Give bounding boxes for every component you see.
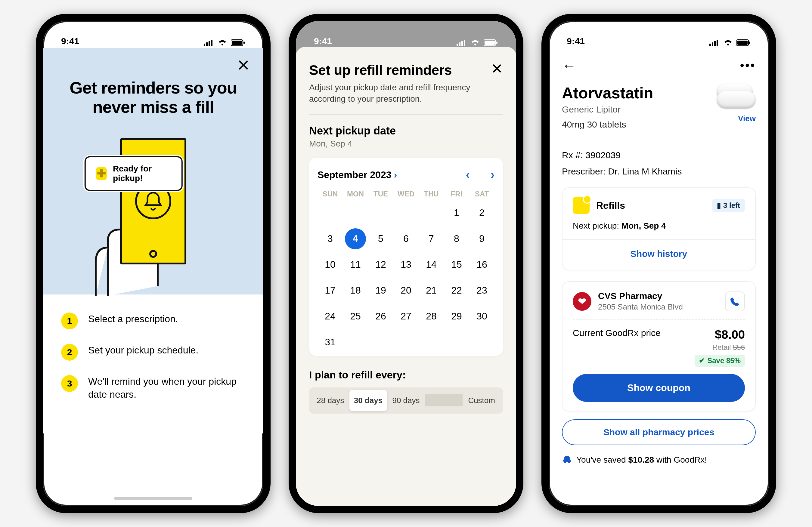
calendar-day[interactable]: 22 <box>444 280 469 301</box>
plus-icon: ✚ <box>96 167 107 180</box>
price-value: $8.00 <box>712 328 745 342</box>
check-icon: ✔ <box>699 357 705 365</box>
intro-step: 2Set your pickup schedule. <box>61 344 245 361</box>
drug-name: Atorvastatin <box>562 84 653 102</box>
calendar-day[interactable]: 28 <box>419 306 444 327</box>
calendar-day[interactable]: 8 <box>444 228 469 250</box>
calendar-day[interactable]: 18 <box>343 280 368 301</box>
view-image-link[interactable]: View <box>738 114 756 123</box>
svg-rect-7 <box>456 44 458 46</box>
back-icon[interactable]: ← <box>562 57 576 74</box>
call-pharmacy-button[interactable] <box>725 291 745 311</box>
step-text: Set your pickup schedule. <box>88 344 198 357</box>
next-pickup: Next pickup: Mon, Sep 4 <box>573 221 745 231</box>
svg-rect-20 <box>749 42 750 44</box>
status-icons <box>204 39 245 46</box>
calendar-day[interactable]: 9 <box>469 228 494 250</box>
calendar-weekday: MON <box>343 190 368 198</box>
segment-option[interactable]: 30 days <box>349 390 387 411</box>
more-icon[interactable]: ••• <box>740 59 756 72</box>
calendar-weekday: TUE <box>368 190 393 198</box>
drug-dose: 40mg 30 tablets <box>562 119 653 130</box>
calendar-next-button[interactable]: › <box>491 168 494 181</box>
svg-rect-14 <box>709 44 711 46</box>
intro-step: 1Select a prescription. <box>61 313 245 329</box>
svg-rect-2 <box>208 41 210 46</box>
calendar-day[interactable]: 25 <box>343 306 368 327</box>
calendar-month-button[interactable]: September 2023 › <box>318 169 397 180</box>
calendar-day[interactable]: 23 <box>469 280 494 301</box>
calendar-day[interactable]: 29 <box>444 306 469 327</box>
calendar-day[interactable]: 2 <box>469 202 494 224</box>
calendar-day[interactable]: 1 <box>444 202 469 224</box>
intro-steps: 1Select a prescription.2Set your pickup … <box>43 295 263 434</box>
step-text: We'll remind you when your pickup date n… <box>88 375 245 401</box>
calendar-grid: 1234567891011121314151617181920212223242… <box>318 202 494 353</box>
close-icon[interactable]: ✕ <box>491 60 503 77</box>
svg-rect-9 <box>461 41 463 46</box>
show-history-link[interactable]: Show history <box>573 240 745 261</box>
calendar: September 2023 › ‹ › SUNMONTUEWEDTHUFRIS… <box>309 157 503 356</box>
calendar-day[interactable]: 21 <box>419 280 444 301</box>
status-time: 9:41 <box>314 36 332 46</box>
svg-rect-15 <box>712 42 713 46</box>
calendar-day[interactable]: 10 <box>318 254 343 275</box>
calendar-day[interactable]: 27 <box>393 306 419 327</box>
calendar-day[interactable]: 12 <box>368 254 393 275</box>
drug-generic: Generic Lipitor <box>562 104 653 115</box>
signal-icon <box>204 40 214 46</box>
calendar-day[interactable]: 19 <box>368 280 393 301</box>
status-icons <box>709 39 751 46</box>
chevron-right-icon: › <box>394 169 397 180</box>
segment-option[interactable]: 90 days <box>387 390 425 411</box>
notification-card: ✚ Ready for pickup! <box>85 156 183 191</box>
status-icons <box>456 39 498 46</box>
bottle-icon: ▮ <box>717 201 721 210</box>
intro-step: 3We'll remind you when your pickup date … <box>61 375 245 401</box>
calendar-day[interactable]: 5 <box>368 228 393 250</box>
next-pickup-value: Mon, Sep 4 <box>309 139 503 149</box>
refill-frequency-segmented[interactable]: 28 days30 days90 daysCustom <box>309 388 503 413</box>
calendar-day[interactable]: 4 <box>345 228 366 250</box>
calendar-day[interactable]: 14 <box>419 254 444 275</box>
calendar-day[interactable]: 6 <box>393 228 419 250</box>
retail-price: Retail $56 <box>712 343 745 352</box>
save-badge: ✔ Save 85% <box>695 355 745 367</box>
show-all-prices-button[interactable]: Show all pharmacy prices <box>562 419 756 445</box>
calendar-weekday: SUN <box>318 190 343 198</box>
phone-screen-2: 9:41 ✕ Set up refill reminders Adjust yo… <box>289 14 523 513</box>
battery-icon <box>231 39 245 46</box>
calendar-weekday: WED <box>393 190 419 198</box>
calendar-day[interactable]: 31 <box>318 332 343 353</box>
drug-image[interactable]: View <box>716 84 756 123</box>
calendar-day[interactable]: 24 <box>318 306 343 327</box>
calendar-day[interactable]: 16 <box>469 254 494 275</box>
calendar-day[interactable]: 3 <box>318 228 343 250</box>
intro-heading: Get reminders so you never miss a fill <box>55 78 251 117</box>
svg-rect-19 <box>737 41 748 45</box>
calendar-day[interactable]: 20 <box>393 280 419 301</box>
cvs-logo-icon: ❤ <box>573 292 591 311</box>
show-coupon-button[interactable]: Show coupon <box>573 374 745 402</box>
svg-rect-17 <box>716 40 718 46</box>
segment-option[interactable]: Custom <box>463 390 501 411</box>
calendar-day[interactable]: 30 <box>469 306 494 327</box>
calendar-day[interactable]: 15 <box>444 254 469 275</box>
calendar-weekday: FRI <box>444 190 469 198</box>
calendar-day[interactable]: 11 <box>343 254 368 275</box>
svg-rect-12 <box>484 41 495 45</box>
pharmacy-address: 2505 Santa Monica Blvd <box>598 302 719 312</box>
calendar-prev-button[interactable]: ‹ <box>466 168 470 181</box>
piggy-bank-icon <box>562 454 572 466</box>
status-time: 9:41 <box>567 36 585 46</box>
calendar-day[interactable]: 17 <box>318 280 343 301</box>
calendar-weekday: THU <box>419 190 444 198</box>
segment-option[interactable]: 28 days <box>311 390 349 411</box>
calendar-day[interactable]: 26 <box>368 306 393 327</box>
plan-label: I plan to refill every: <box>309 369 503 381</box>
calendar-day[interactable]: 13 <box>393 254 419 275</box>
status-bar: 9:41 <box>43 21 263 48</box>
home-indicator[interactable] <box>114 497 192 500</box>
calendar-day[interactable]: 7 <box>419 228 444 250</box>
close-icon[interactable]: ✕ <box>236 57 250 73</box>
